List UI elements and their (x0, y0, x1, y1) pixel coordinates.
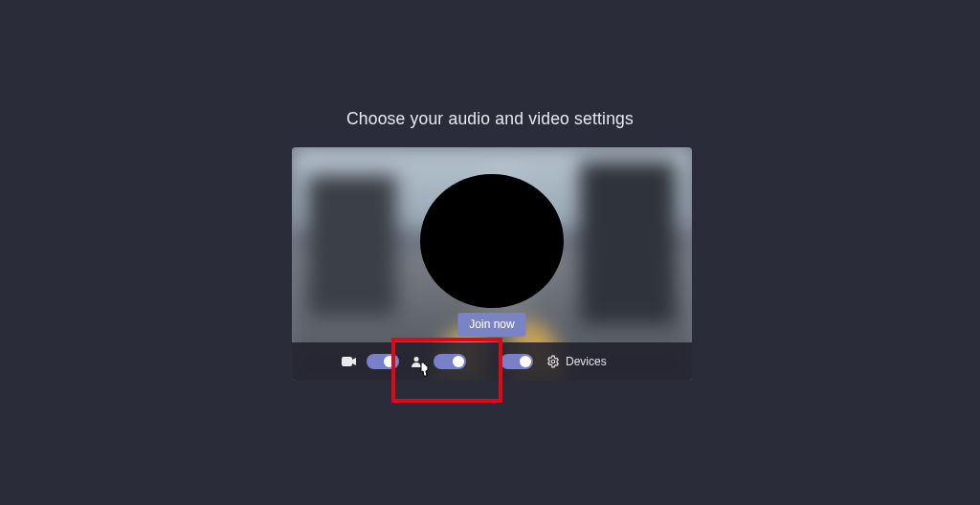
mic-toggle[interactable] (501, 354, 533, 369)
svg-rect-0 (342, 357, 352, 366)
prejoin-controls-bar: Devices (292, 342, 692, 381)
svg-point-1 (414, 357, 419, 362)
gear-icon (546, 355, 560, 368)
devices-label: Devices (566, 355, 607, 368)
background-blur-icon (409, 354, 424, 369)
devices-button[interactable]: Devices (546, 355, 607, 368)
page-title: Choose your audio and video settings (0, 109, 980, 129)
video-preview: Join now Devices (292, 147, 692, 381)
background-blur-toggle[interactable] (434, 354, 466, 369)
svg-point-2 (551, 360, 555, 363)
face-redaction-circle (420, 174, 564, 308)
camera-icon (342, 356, 357, 367)
join-now-button[interactable]: Join now (457, 313, 525, 337)
video-toggle[interactable] (367, 354, 399, 369)
